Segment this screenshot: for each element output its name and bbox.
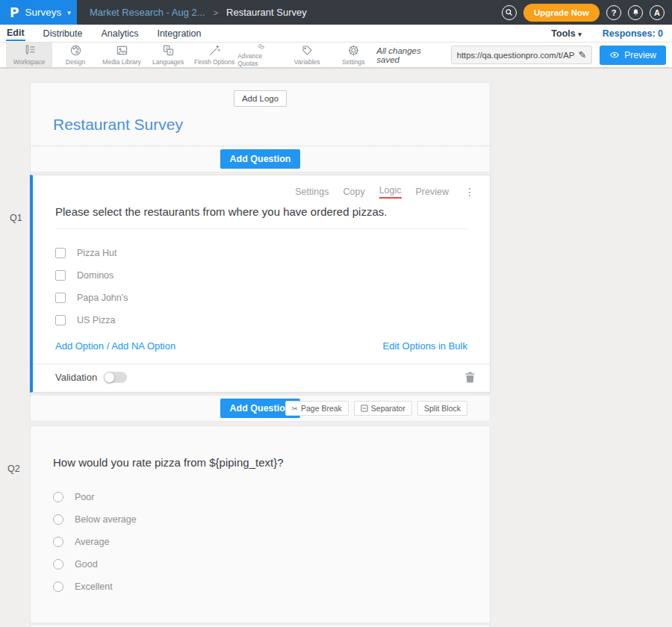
palette-icon	[69, 44, 82, 57]
upgrade-now-button[interactable]: Upgrade Now	[523, 4, 600, 22]
question-text-q1[interactable]: Please select the restaurants from where…	[55, 199, 467, 229]
add-option-link[interactable]: Add Option	[55, 340, 104, 352]
question-settings-link[interactable]: Settings	[295, 187, 329, 197]
tab-edit[interactable]: Edit	[6, 25, 25, 41]
scissors-icon: ✂	[292, 405, 298, 413]
list-item: Good	[53, 553, 467, 575]
bell-icon	[632, 8, 640, 16]
option-checkbox[interactable]	[55, 293, 66, 303]
tool-settings[interactable]: Settings	[330, 43, 376, 67]
q2-options-list: Poor Below average Average Good Excellen…	[31, 473, 490, 598]
delete-question-button[interactable]	[465, 372, 475, 383]
question-text-q2[interactable]: How would you rate pizza from ${piping_t…	[53, 426, 467, 473]
tools-menu[interactable]: Tools ▾	[551, 28, 581, 39]
account-avatar[interactable]: A	[650, 5, 665, 20]
eye-icon	[609, 51, 620, 59]
edit-url-pencil-icon[interactable]: ✎	[578, 49, 591, 60]
top-bar: P Surveys ▾ Market Research - Aug 2... >…	[0, 0, 672, 25]
add-question-strip-top: Add Question	[31, 146, 490, 172]
split-block-button[interactable]: Split Block	[417, 401, 467, 416]
product-name: Surveys	[25, 7, 61, 18]
question-copy-link[interactable]: Copy	[343, 187, 364, 197]
responses-count[interactable]: Responses: 0	[603, 28, 663, 39]
breadcrumb-survey-name: Restaurant Survey	[226, 7, 307, 18]
validation-toggle[interactable]	[105, 372, 127, 383]
tool-design[interactable]: Design	[52, 43, 99, 67]
svg-text:A: A	[169, 50, 172, 54]
option-label[interactable]: Excellent	[75, 581, 113, 592]
tool-finish-options[interactable]: Finish Options	[191, 43, 237, 67]
tool-workspace[interactable]: Workspace	[6, 43, 52, 67]
gear-icon	[347, 44, 360, 57]
question-preview-link[interactable]: Preview	[416, 187, 449, 197]
option-label[interactable]: Dominos	[77, 270, 113, 281]
search-button[interactable]	[502, 5, 517, 20]
option-radio[interactable]	[53, 537, 63, 547]
wand-icon	[208, 44, 221, 57]
notifications-button[interactable]	[628, 5, 643, 20]
survey-editor-canvas: Add Logo Restaurant Survey Add Question …	[0, 69, 672, 627]
list-item: Poor	[53, 486, 467, 508]
separator-button[interactable]: Separator	[354, 401, 412, 416]
option-label[interactable]: Papa John's	[77, 293, 128, 303]
option-radio[interactable]	[53, 581, 63, 592]
chevron-down-icon: ▾	[67, 9, 71, 16]
tool-advance-quotas[interactable]: Advance Quotas	[237, 43, 284, 67]
option-checkbox[interactable]	[55, 315, 66, 325]
option-label[interactable]: Pizza Hut	[77, 248, 117, 258]
q1-options-list: Pizza Hut Dominos Papa John's US Pizza	[33, 229, 490, 331]
survey-url-box: ✎	[451, 46, 593, 64]
tool-variables[interactable]: Variables	[284, 43, 330, 67]
option-radio[interactable]	[53, 559, 63, 570]
tab-analytics[interactable]: Analytics	[100, 26, 139, 40]
add-na-option-link[interactable]: Add NA Option	[111, 340, 175, 352]
question-number-q2: Q2	[7, 464, 20, 474]
tool-languages[interactable]: XA Languages	[145, 43, 191, 67]
kebab-menu-icon[interactable]: ⋮	[464, 186, 475, 198]
subnav-right: Tools ▾ Responses: 0	[551, 28, 663, 39]
list-item: Papa John's	[55, 287, 467, 309]
tab-integration[interactable]: Integration	[156, 26, 202, 40]
option-label[interactable]: US Pizza	[77, 315, 115, 325]
tab-distribute[interactable]: Distribute	[43, 26, 84, 40]
option-checkbox[interactable]	[55, 248, 66, 258]
add-question-strip-mid: Add Question ✂ Page Break Separator Spli…	[30, 395, 491, 422]
topbar-actions: Upgrade Now ? A	[502, 4, 672, 22]
chevron-down-icon: ▾	[578, 31, 582, 38]
page-break-button[interactable]: ✂ Page Break	[285, 401, 349, 416]
option-label[interactable]: Poor	[75, 492, 94, 502]
help-button[interactable]: ?	[606, 5, 621, 20]
option-label[interactable]: Average	[75, 537, 109, 547]
question-logic-link[interactable]: Logic	[379, 185, 402, 199]
translate-icon: XA	[162, 44, 175, 57]
breadcrumb-separator: >	[214, 8, 218, 17]
block-tools: ✂ Page Break Separator Split Block	[285, 401, 467, 416]
add-logo-button[interactable]: Add Logo	[234, 90, 287, 107]
tool-media-library[interactable]: Media Library	[99, 43, 145, 67]
add-question-button[interactable]: Add Question	[220, 149, 301, 169]
question-number-q1: Q1	[10, 213, 22, 223]
survey-url-input[interactable]	[452, 51, 579, 60]
toggle-knob	[104, 372, 115, 383]
survey-header-card: Add Logo Restaurant Survey Add Question	[30, 82, 491, 172]
surveys-product-menu[interactable]: P Surveys ▾	[0, 0, 77, 25]
questionpro-logo-icon: P	[10, 5, 19, 20]
option-radio[interactable]	[53, 514, 63, 525]
preview-button[interactable]: Preview	[600, 46, 666, 65]
tag-icon	[301, 44, 314, 57]
list-item: Pizza Hut	[55, 242, 467, 264]
option-radio[interactable]	[53, 492, 63, 502]
option-label[interactable]: Good	[75, 559, 98, 570]
option-label[interactable]: Below average	[75, 514, 137, 525]
breadcrumb-folder[interactable]: Market Research - Aug 2...	[90, 7, 205, 18]
option-checkbox[interactable]	[55, 270, 66, 281]
survey-title[interactable]: Restaurant Survey	[31, 107, 490, 146]
image-icon	[116, 44, 128, 57]
svg-text:X: X	[165, 46, 168, 51]
edit-options-in-bulk-link[interactable]: Edit Options in Bulk	[383, 340, 467, 352]
list-item: Below average	[53, 508, 467, 531]
toolbar-right: All changes saved ✎ Preview	[376, 43, 672, 67]
question-action-bar: Settings Copy Logic Preview ⋮	[33, 175, 490, 199]
list-item: Excellent	[53, 575, 467, 598]
q1-option-links: Add Option / Add NA Option Edit Options …	[33, 331, 490, 364]
